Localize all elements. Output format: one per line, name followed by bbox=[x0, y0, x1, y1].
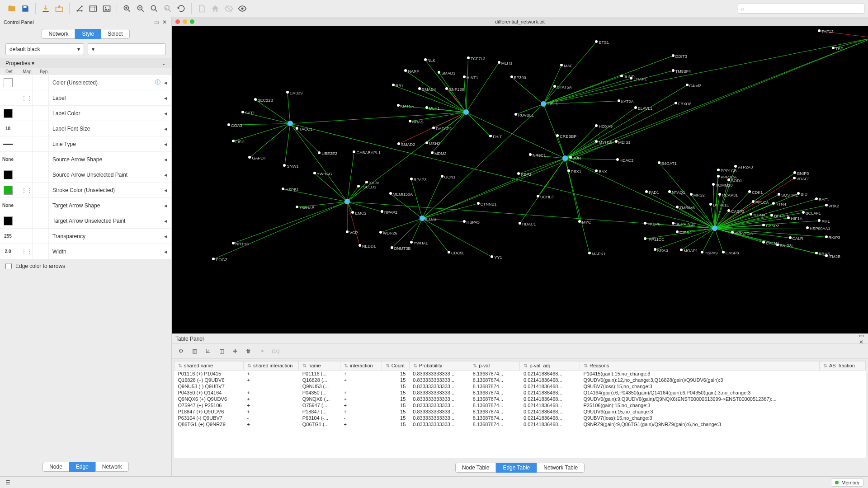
network-hub-node[interactable] bbox=[712, 225, 717, 231]
expand-caret-icon[interactable]: ◂ bbox=[162, 80, 169, 86]
table-row[interactable]: P63104 (-) Q9UBV7-P63104 (-...-150.83333… bbox=[175, 415, 866, 421]
column-header[interactable]: ⇅Count bbox=[382, 361, 409, 371]
zoom-in-icon[interactable] bbox=[122, 3, 132, 14]
network-node[interactable] bbox=[815, 252, 818, 254]
property-row[interactable]: ⋮⋮Stroke Color (Unselected)◂ bbox=[0, 183, 171, 198]
network-node[interactable] bbox=[595, 169, 598, 172]
table-row[interactable]: Q16828 (+) Q9UDV6+Q16828 (...+150.833333… bbox=[175, 377, 866, 383]
network-node[interactable] bbox=[365, 181, 368, 183]
close-icon[interactable]: ✕ bbox=[161, 19, 168, 25]
tab-select[interactable]: Select bbox=[101, 29, 129, 39]
default-swatch[interactable] bbox=[0, 75, 16, 90]
default-swatch[interactable] bbox=[0, 167, 16, 183]
default-swatch[interactable]: 255 bbox=[0, 229, 16, 244]
network-node[interactable] bbox=[752, 200, 755, 203]
network-node[interactable] bbox=[425, 141, 428, 144]
expand-caret-icon[interactable]: ◂ bbox=[162, 172, 169, 178]
network-node[interactable] bbox=[463, 75, 466, 78]
bypass-cell[interactable] bbox=[33, 136, 49, 152]
table-row[interactable]: P04350 (+) Q14164+P04350 (...+150.833333… bbox=[175, 389, 866, 396]
network-node[interactable] bbox=[227, 123, 230, 126]
network-node[interactable] bbox=[634, 106, 637, 109]
table-row[interactable]: Q9NQX6 (+) Q9UDV6+Q9NQX6 (...+150.833333… bbox=[175, 396, 866, 402]
network-node[interactable] bbox=[498, 61, 500, 64]
network-hub-node[interactable] bbox=[562, 155, 568, 161]
network-node[interactable] bbox=[286, 91, 289, 94]
column-header[interactable]: ⇅shared interaction bbox=[243, 361, 298, 371]
network-node[interactable] bbox=[448, 251, 450, 253]
add-icon[interactable]: + bbox=[231, 347, 240, 356]
table-row[interactable]: Q9NU53 (-) Q9UBV7-Q9NU53 (...-150.833333… bbox=[175, 383, 866, 389]
network-node[interactable] bbox=[618, 99, 620, 102]
network-node[interactable] bbox=[410, 178, 413, 180]
expand-caret-icon[interactable]: ◂ bbox=[162, 249, 169, 255]
network-node[interactable] bbox=[379, 231, 382, 234]
network-node[interactable] bbox=[514, 113, 517, 116]
expand-caret-icon[interactable]: ◂ bbox=[162, 141, 169, 147]
column-header[interactable]: ⇅Reasons bbox=[580, 361, 819, 371]
default-swatch[interactable]: None bbox=[0, 198, 16, 213]
network-hub-node[interactable] bbox=[344, 199, 350, 204]
tab-node-table[interactable]: Node Table bbox=[455, 463, 496, 473]
network-node[interactable] bbox=[772, 202, 775, 205]
network-node[interactable] bbox=[397, 142, 400, 145]
network-node[interactable] bbox=[727, 209, 730, 212]
network-node[interactable] bbox=[313, 172, 316, 174]
network-node[interactable] bbox=[717, 169, 720, 171]
default-swatch[interactable] bbox=[0, 136, 16, 152]
network-node[interactable] bbox=[654, 248, 656, 251]
table-row[interactable]: P18847 (+) Q9UDV6+P18847 (...+150.833333… bbox=[175, 408, 866, 415]
network-node[interactable] bbox=[727, 178, 730, 181]
search-input[interactable] bbox=[746, 5, 861, 12]
mapping-cell[interactable] bbox=[16, 167, 33, 183]
network-node[interactable] bbox=[717, 175, 720, 178]
default-swatch[interactable] bbox=[0, 213, 16, 229]
network-node[interactable] bbox=[731, 231, 734, 234]
collapse-icon[interactable]: ⌄ bbox=[161, 60, 166, 66]
network-node[interactable] bbox=[832, 47, 835, 49]
tab-style[interactable]: Style bbox=[75, 29, 101, 39]
new-document-icon[interactable] bbox=[196, 3, 207, 14]
default-swatch[interactable]: 10 bbox=[0, 121, 16, 136]
network-node[interactable] bbox=[734, 165, 737, 168]
tab-network[interactable]: Network bbox=[95, 462, 129, 472]
default-swatch[interactable] bbox=[0, 183, 16, 198]
bypass-cell[interactable] bbox=[33, 167, 49, 183]
network-node[interactable] bbox=[675, 102, 677, 104]
mapping-cell[interactable]: ⋮⋮ bbox=[16, 90, 33, 106]
network-node[interactable] bbox=[353, 150, 355, 153]
network-node[interactable] bbox=[595, 124, 598, 127]
traffic-close-icon[interactable] bbox=[175, 19, 180, 24]
expand-caret-icon[interactable]: ◂ bbox=[162, 95, 169, 101]
network-node[interactable] bbox=[793, 171, 796, 174]
property-row[interactable]: 2.0⋮⋮Width◂ bbox=[0, 244, 171, 259]
network-node[interactable] bbox=[825, 254, 828, 257]
property-row[interactable]: NoneTarget Arrow Shape◂ bbox=[0, 198, 171, 213]
network-node[interactable] bbox=[254, 98, 257, 101]
property-row[interactable]: Color (Unselected)ⓘ◂ bbox=[0, 75, 171, 90]
network-node[interactable] bbox=[282, 188, 284, 190]
network-node[interactable] bbox=[283, 164, 286, 167]
network-node[interactable] bbox=[644, 222, 646, 225]
expand-caret-icon[interactable]: ◂ bbox=[162, 218, 169, 224]
network-node[interactable] bbox=[616, 158, 619, 161]
network-node[interactable] bbox=[748, 190, 751, 193]
network-node[interactable] bbox=[588, 252, 591, 254]
bypass-cell[interactable] bbox=[33, 152, 49, 167]
bypass-cell[interactable] bbox=[33, 229, 49, 244]
network-node[interactable] bbox=[778, 193, 780, 196]
network-node[interactable] bbox=[357, 185, 360, 188]
network-node[interactable] bbox=[815, 197, 818, 200]
tab-network-table[interactable]: Network Table bbox=[537, 463, 585, 473]
bypass-cell[interactable] bbox=[33, 75, 49, 90]
network-node[interactable] bbox=[553, 85, 556, 88]
network-node[interactable] bbox=[431, 151, 434, 154]
network-node[interactable] bbox=[296, 206, 298, 208]
mapping-cell[interactable] bbox=[16, 229, 33, 244]
network-node[interactable] bbox=[818, 219, 821, 222]
property-row[interactable]: 10Label Font Size◂ bbox=[0, 121, 171, 136]
list-icon[interactable]: ☰ bbox=[5, 479, 11, 486]
export-table-icon[interactable] bbox=[88, 3, 99, 14]
network-node[interactable] bbox=[578, 220, 581, 223]
network-node[interactable] bbox=[392, 84, 395, 86]
